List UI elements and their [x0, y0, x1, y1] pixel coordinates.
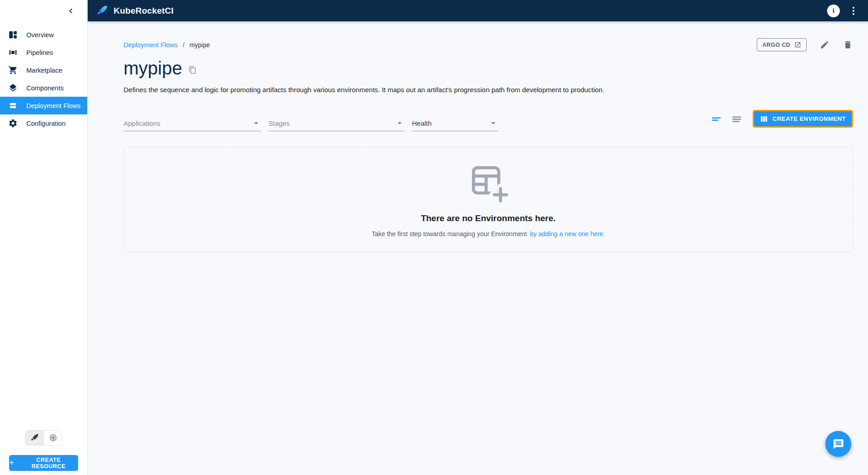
- sidebar-item-components[interactable]: Components: [0, 79, 87, 97]
- create-resource-button[interactable]: + CREATE RESOURCE: [9, 455, 78, 471]
- sidebar: Overview Pipelines Marketplace Component…: [0, 0, 88, 475]
- app-window: KubeRocketCI i Overview Pipelines: [0, 0, 868, 475]
- top-app-bar: KubeRocketCI i: [88, 0, 868, 21]
- edit-pencil-icon[interactable]: [819, 40, 830, 50]
- breadcrumb-current: mypipe: [189, 41, 210, 49]
- sidebar-item-label: Components: [26, 84, 64, 92]
- dropdown-arrow-icon: [251, 118, 261, 128]
- info-icon[interactable]: i: [827, 5, 840, 17]
- view-compact-icon[interactable]: [708, 111, 724, 127]
- sidebar-item-label: Deployment Flows: [26, 102, 80, 109]
- page-description: Defines the sequence and logic for promo…: [124, 86, 853, 94]
- breadcrumb-separator: /: [183, 41, 184, 49]
- rocket-context-button[interactable]: [25, 430, 44, 445]
- rocket-icon: [30, 433, 39, 442]
- external-link-icon: [794, 41, 801, 48]
- delete-trash-icon[interactable]: [842, 40, 853, 50]
- marketplace-cart-icon: [8, 65, 18, 75]
- columns-icon: [760, 115, 768, 123]
- health-filter-label: Health: [412, 119, 432, 127]
- plus-icon: +: [9, 458, 15, 467]
- empty-state-subtitle-text: Take the first step towards managing you…: [372, 230, 527, 238]
- stages-filter-label: Stages: [268, 119, 290, 127]
- configuration-gear-icon: [8, 119, 18, 128]
- dropdown-arrow-icon: [395, 118, 405, 128]
- breadcrumb: Deployment Flows / mypipe ARGO CD: [124, 38, 853, 51]
- kubernetes-icon: [49, 433, 58, 442]
- argocd-button[interactable]: ARGO CD: [757, 38, 807, 51]
- create-resource-label: CREATE RESOURCE: [19, 457, 78, 470]
- argocd-label: ARGO CD: [762, 42, 790, 48]
- copy-icon[interactable]: [188, 66, 197, 74]
- rocket-logo-icon: [96, 5, 108, 17]
- sidebar-item-pipelines[interactable]: Pipelines: [0, 44, 87, 61]
- breadcrumb-parent-link[interactable]: Deployment Flows: [124, 41, 178, 49]
- deployment-flows-icon: [8, 101, 18, 110]
- applications-filter[interactable]: Applications: [124, 118, 261, 131]
- sidebar-header: [0, 0, 87, 21]
- create-environment-button[interactable]: CREATE ENVIRONMENT: [753, 110, 853, 128]
- sidebar-item-label: Marketplace: [26, 67, 62, 74]
- chevron-left-icon[interactable]: [64, 5, 77, 17]
- kebab-menu-icon[interactable]: [851, 5, 856, 17]
- components-layers-icon: [8, 83, 18, 93]
- sidebar-item-marketplace[interactable]: Marketplace: [0, 61, 87, 79]
- applications-filter-label: Applications: [124, 119, 160, 127]
- environments-toolbar: CREATE ENVIRONMENT: [708, 110, 853, 128]
- stages-filter[interactable]: Stages: [268, 118, 405, 131]
- filters-row: Applications Stages Health: [124, 113, 853, 131]
- sidebar-bottom: + CREATE RESOURCE: [0, 430, 87, 475]
- table-plus-icon: [467, 162, 509, 203]
- title-row: mypipe: [124, 58, 853, 79]
- environments-empty-state: There are no Environments here. Take the…: [124, 147, 853, 252]
- chat-fab-button[interactable]: [825, 431, 851, 457]
- empty-state-title: There are no Environments here.: [421, 213, 556, 223]
- dropdown-arrow-icon: [488, 118, 498, 128]
- sidebar-item-overview[interactable]: Overview: [0, 26, 87, 44]
- app-title: KubeRocketCI: [114, 6, 174, 16]
- kubernetes-context-button[interactable]: [44, 430, 62, 445]
- main-content: Deployment Flows / mypipe ARGO CD m: [88, 21, 868, 475]
- sidebar-nav: Overview Pipelines Marketplace Component…: [0, 26, 87, 132]
- header-actions: ARGO CD: [757, 38, 853, 51]
- create-environment-label: CREATE ENVIRONMENT: [773, 115, 846, 122]
- pipelines-icon: [8, 48, 18, 57]
- page-title: mypipe: [124, 58, 182, 79]
- overview-icon: [8, 30, 18, 40]
- view-list-icon[interactable]: [729, 111, 745, 127]
- sidebar-item-configuration[interactable]: Configuration: [0, 114, 87, 132]
- sidebar-item-label: Overview: [26, 31, 54, 39]
- sidebar-item-deployment-flows[interactable]: Deployment Flows: [0, 97, 87, 114]
- chat-bubble-icon: [833, 438, 844, 450]
- sidebar-item-label: Configuration: [26, 120, 65, 127]
- health-filter[interactable]: Health: [412, 118, 498, 131]
- cluster-context-toggle: [25, 430, 62, 445]
- sidebar-item-label: Pipelines: [26, 49, 53, 56]
- empty-state-subtitle: Take the first step towards managing you…: [372, 230, 605, 238]
- add-environment-link[interactable]: by adding a new one here.: [530, 230, 605, 238]
